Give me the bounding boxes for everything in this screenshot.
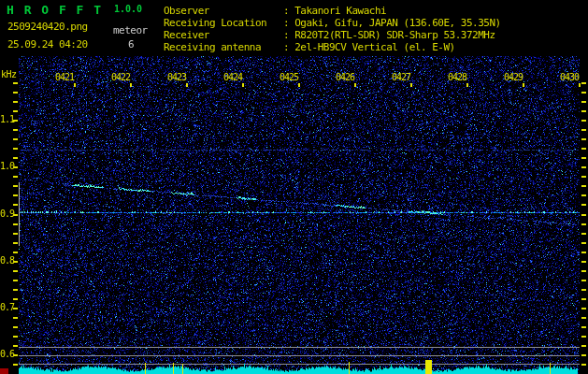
freq-tick-label: 0.9 — [0, 209, 12, 219]
info-colon: : — [283, 41, 294, 53]
app-version: 1.0.0 — [114, 5, 142, 14]
freq-unit-label: kHz — [1, 70, 17, 79]
freq-tick-label: 0.7 — [0, 303, 12, 312]
freq-tick-label: 1.0 — [0, 162, 12, 171]
info-colon: : — [283, 29, 294, 41]
info-colon: : — [283, 17, 294, 29]
hrofft-output: H R O F F T 1.0.0 2509240420.png meteor … — [0, 0, 588, 374]
info-colon: : — [283, 5, 294, 17]
info-value: Takanori Kawachi — [294, 5, 386, 17]
spectrogram-canvas — [0, 0, 588, 374]
time-tick-label: 0426 — [317, 73, 354, 82]
info-value: 2el-HB9CV Vertical (el. E-W) — [294, 41, 454, 53]
time-tick-label: 0429 — [485, 73, 523, 82]
info-row: Receiving antenna: 2el-HB9CV Vertical (e… — [164, 42, 501, 54]
echo-count: 6 — [128, 39, 135, 50]
date-time: 25.09.24 04:20 — [7, 39, 88, 50]
observer-info: Observer: Takanori KawachiReceiving Loca… — [164, 6, 501, 54]
info-label: Observer — [164, 6, 283, 16]
time-tick-label: 0430 — [541, 73, 579, 82]
time-tick-label: 0428 — [429, 73, 466, 82]
output-filename: 2509240420.png — [7, 22, 88, 32]
mode-label: meteor — [113, 25, 148, 36]
freq-tick-label: 1.1 — [0, 115, 12, 124]
time-tick-label: 0423 — [149, 73, 186, 82]
info-label: Receiver — [164, 30, 283, 40]
info-label: Receiving antenna — [164, 42, 283, 52]
info-label: Receiving Location — [164, 18, 283, 28]
freq-tick-label: 0.6 — [0, 350, 12, 359]
freq-tick-label: 0.8 — [0, 256, 12, 266]
time-tick-label: 0425 — [261, 73, 298, 82]
time-tick-label: 0422 — [93, 73, 130, 82]
info-value: R820T2(RTL-SDR) SDR-Sharp 53.372MHz — [294, 29, 495, 41]
time-tick-label: 0424 — [205, 73, 242, 82]
info-value: Ogaki, Gifu, JAPAN (136.60E, 35.35N) — [294, 17, 500, 29]
app-title: H R O F F T — [7, 4, 103, 16]
time-tick-label: 0421 — [36, 73, 74, 82]
time-tick-label: 0427 — [373, 73, 410, 82]
